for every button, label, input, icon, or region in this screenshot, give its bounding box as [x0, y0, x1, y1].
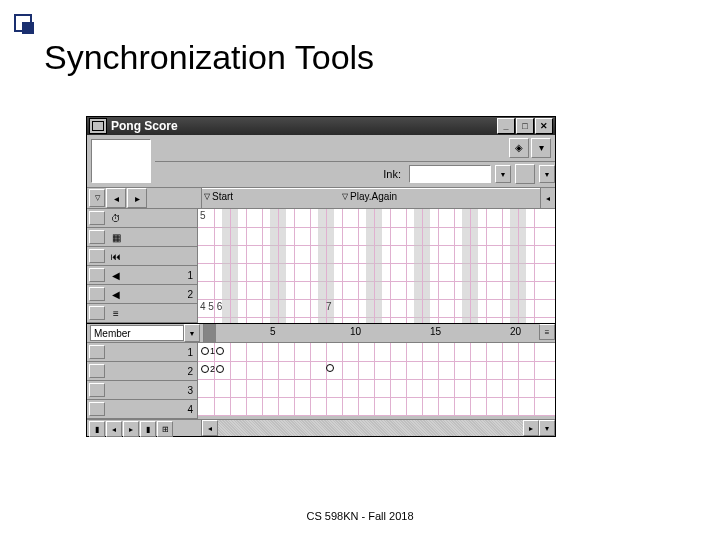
marker-row: ▽ ◂ ▸ Start Play.Again ◂ — [87, 188, 555, 209]
scroll-right-button[interactable]: ▸ — [523, 420, 539, 436]
next-marker-button[interactable]: ▸ — [127, 188, 147, 208]
frame-num: 5 — [270, 326, 276, 337]
frame-num: 10 — [350, 326, 361, 337]
marker-playagain[interactable]: Play.Again — [342, 191, 397, 202]
effect-grid[interactable]: 5 4 5 6 7 — [198, 209, 555, 323]
sprite-channel-1[interactable]: 1 — [87, 343, 197, 362]
step-back-button[interactable]: ◂ — [106, 421, 122, 437]
collapse-button[interactable]: ≡ — [539, 324, 555, 340]
keyframe-icon — [216, 347, 224, 355]
keyframe-icon — [326, 364, 334, 372]
toolbar: ◈ ▾ Ink: ▼ ▼ — [87, 135, 555, 188]
zoom-button[interactable]: ⊞ — [157, 421, 173, 437]
palette-channel[interactable]: ▦ — [87, 228, 197, 247]
score-window: Pong Score _ □ ✕ ◈ ▾ Ink: ▼ ▼ ▽ ◂ ▸ — [86, 116, 556, 437]
bottom-bar: ▮ ◂ ▸ ▮ ⊞ ◂ ▸ ▾ — [87, 419, 555, 436]
keyframe-icon — [201, 365, 209, 373]
ink-extra-arrow[interactable]: ▼ — [539, 165, 555, 183]
marker-start[interactable]: Start — [204, 191, 233, 202]
cell-text: 7 — [326, 301, 332, 312]
script-channel[interactable]: ≡ — [87, 304, 197, 323]
sound2-channel[interactable]: ◀2 — [87, 285, 197, 304]
system-menu-icon[interactable] — [89, 118, 107, 134]
keyframe-icon — [216, 365, 224, 373]
ink-dropdown[interactable] — [409, 165, 491, 183]
member-dropdown[interactable]: Member — [90, 325, 184, 341]
effect-channels-area: ⏱ ▦ ⏮ ◀1 ◀2 ≡ — [87, 209, 555, 323]
playhead[interactable] — [204, 324, 216, 342]
step-fwd-button[interactable]: ▸ — [123, 421, 139, 437]
sprite-cell[interactable]: 2 — [201, 364, 224, 374]
marker-track[interactable]: Start Play.Again — [202, 188, 540, 208]
sprite-channel-labels: 1 2 3 4 — [87, 343, 198, 419]
nav-buttons: ▮ ◂ ▸ ▮ ⊞ — [87, 420, 202, 436]
sprite-channels-area: 1 2 3 4 1 2 — [87, 343, 555, 419]
member-dropdown-arrow[interactable]: ▼ — [184, 324, 200, 342]
close-button[interactable]: ✕ — [535, 118, 553, 134]
slide-bullet-icon — [14, 14, 36, 36]
frame-num: 15 — [430, 326, 441, 337]
transition-channel[interactable]: ⏮ — [87, 247, 197, 266]
cast-preview[interactable] — [91, 139, 151, 183]
titlebar[interactable]: Pong Score _ □ ✕ — [87, 117, 555, 135]
keyframe-icon — [201, 347, 209, 355]
scroll-left-button[interactable]: ◂ — [202, 420, 218, 436]
tempo-icon: ⏱ — [108, 213, 124, 224]
marker-controls: ▽ ◂ ▸ — [87, 188, 202, 208]
frame-ruler-track[interactable]: 5 10 15 20 — [204, 324, 539, 342]
script-icon: ≡ — [108, 308, 124, 319]
prev-marker-button[interactable]: ◂ — [106, 188, 126, 208]
palette-icon: ▦ — [108, 232, 124, 243]
horizontal-scrollbar[interactable]: ◂ ▸ — [202, 420, 539, 436]
marker-menu[interactable]: ▽ — [89, 189, 105, 207]
sprite-channel-4[interactable]: 4 — [87, 400, 197, 419]
sprite-cell[interactable] — [326, 364, 334, 372]
ink-extra-button[interactable] — [515, 164, 535, 184]
slide-title: Synchronization Tools — [44, 38, 374, 77]
sprite-cell[interactable]: 1 — [201, 346, 224, 356]
marker-add-button[interactable]: ◂ — [540, 188, 555, 208]
toolbar-bottom: Ink: ▼ ▼ — [155, 162, 555, 188]
window-title: Pong Score — [111, 119, 496, 133]
maximize-button[interactable]: □ — [516, 118, 534, 134]
scroll-down-button[interactable]: ▾ — [539, 420, 555, 436]
key-icon[interactable]: ◈ — [509, 138, 529, 158]
last-frame-button[interactable]: ▮ — [140, 421, 156, 437]
ink-dropdown-arrow[interactable]: ▼ — [495, 165, 511, 183]
slide-footer: CS 598KN - Fall 2018 — [0, 510, 720, 522]
cell-text: 4 5 6 — [200, 301, 222, 312]
ink-label: Ink: — [383, 168, 401, 180]
minimize-button[interactable]: _ — [497, 118, 515, 134]
sound-icon: ◀ — [108, 270, 124, 281]
tempo-channel[interactable]: ⏱ — [87, 209, 197, 228]
sprite-channel-3[interactable]: 3 — [87, 381, 197, 400]
frame-ruler: Member ▼ 5 10 15 20 ≡ — [87, 323, 555, 343]
sound1-channel[interactable]: ◀1 — [87, 266, 197, 285]
sprite-grid[interactable]: 1 2 — [198, 343, 555, 415]
sprite-channel-2[interactable]: 2 — [87, 362, 197, 381]
first-frame-button[interactable]: ▮ — [89, 421, 105, 437]
cell-text: 5 — [200, 210, 206, 221]
frame-num: 20 — [510, 326, 521, 337]
sound-icon: ◀ — [108, 289, 124, 300]
drop-icon[interactable]: ▾ — [531, 138, 551, 158]
effect-channel-labels: ⏱ ▦ ⏮ ◀1 ◀2 ≡ — [87, 209, 198, 323]
toolbar-top: ◈ ▾ — [155, 135, 555, 162]
transition-icon: ⏮ — [108, 251, 124, 262]
